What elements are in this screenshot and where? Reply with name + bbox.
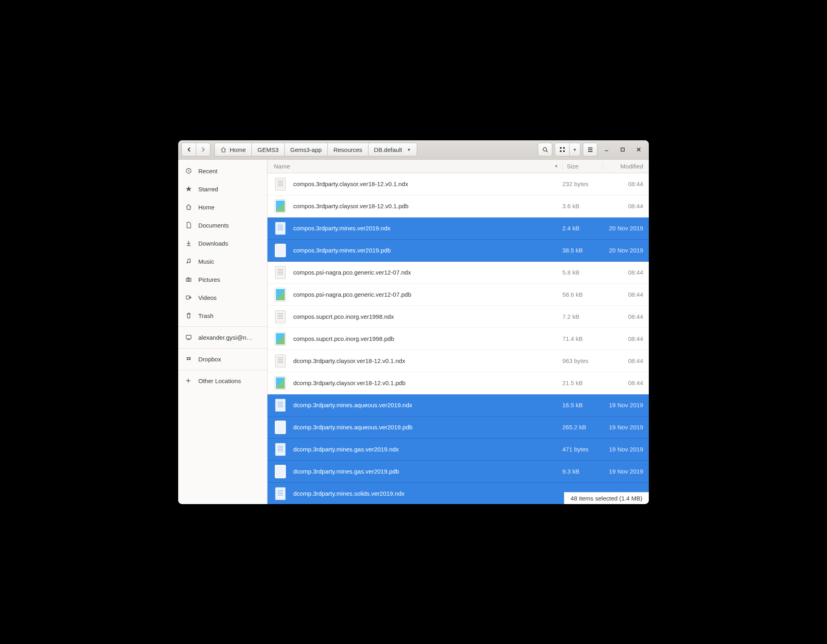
crumb-dbdefault[interactable]: DB.default ▼ <box>368 143 417 156</box>
file-row[interactable]: compos.psi-nagra.pco.generic.ver12-07.pd… <box>267 284 649 306</box>
file-modified: 08:44 <box>603 269 649 276</box>
column-header-modified[interactable]: Modified <box>603 163 649 170</box>
file-size: 58.6 kB <box>562 291 603 298</box>
svg-point-17 <box>188 279 189 281</box>
file-row[interactable]: dcomp.3rdparty.mines.gas.ver2019.ndx471 … <box>267 439 649 461</box>
file-icon <box>275 332 286 345</box>
file-icon-cell <box>267 487 293 500</box>
crumb-resources[interactable]: Resources <box>328 143 368 156</box>
file-row[interactable]: dcomp.3rdparty.mines.aqueous.ver2019.ndx… <box>267 394 649 416</box>
svg-line-1 <box>546 151 547 152</box>
sidebar-item-label: Dropbox <box>198 356 221 363</box>
file-modified: 08:44 <box>603 180 649 187</box>
chevron-down-icon: ▼ <box>573 148 577 152</box>
file-modified: 19 Nov 2019 <box>603 446 649 453</box>
sidebar-item-account[interactable]: alexander.gysi@n… <box>178 328 267 347</box>
nav-group <box>181 143 210 156</box>
crumb-label: GEMS3 <box>257 146 279 153</box>
crumb-label: Resources <box>333 146 362 153</box>
svg-rect-4 <box>560 150 562 152</box>
sidebar-item-starred[interactable]: Starred <box>178 180 267 198</box>
file-row[interactable]: compos.3rdparty.claysor.ver18-12.v0.1.pd… <box>267 195 649 217</box>
file-icon-cell <box>267 421 293 434</box>
column-headers: Name ▼ Size Modified <box>267 160 649 173</box>
file-size: 7.2 kB <box>562 313 603 320</box>
sidebar-item-recent[interactable]: Recent <box>178 162 267 180</box>
file-modified: 20 Nov 2019 <box>603 247 649 254</box>
back-button[interactable] <box>181 143 196 156</box>
file-icon <box>275 310 286 323</box>
file-icon <box>275 487 286 500</box>
file-size: 9.3 kB <box>562 468 603 475</box>
sidebar-item-documents[interactable]: Documents <box>178 216 267 234</box>
sidebar-item-downloads[interactable]: Downloads <box>178 234 267 252</box>
svg-rect-10 <box>621 148 624 151</box>
svg-rect-19 <box>186 296 189 299</box>
view-dropdown-button[interactable]: ▼ <box>569 143 580 156</box>
file-modified: 19 Nov 2019 <box>603 468 649 475</box>
file-icon-cell <box>267 222 293 235</box>
search-button[interactable] <box>538 143 552 156</box>
svg-rect-20 <box>186 335 191 339</box>
file-size: 232 bytes <box>562 180 603 187</box>
file-modified: 08:44 <box>603 379 649 386</box>
file-row[interactable]: compos.3rdparty.mines.ver2019.ndx2.4 kB2… <box>267 217 649 240</box>
sidebar: RecentStarredHomeDocumentsDownloadsMusic… <box>178 160 267 504</box>
file-icon <box>275 266 286 279</box>
svg-rect-2 <box>560 147 562 149</box>
file-icon-cell <box>267 178 293 191</box>
file-row[interactable]: compos.3rdparty.mines.ver2019.pdb38.5 kB… <box>267 240 649 262</box>
hamburger-menu-button[interactable] <box>583 143 597 156</box>
file-name: dcomp.3rdparty.mines.aqueous.ver2019.pdb <box>293 424 562 431</box>
sidebar-item-pictures[interactable]: Pictures <box>178 271 267 289</box>
svg-rect-3 <box>563 147 565 149</box>
sidebar-item-trash[interactable]: Trash <box>178 307 267 325</box>
file-pane: Name ▼ Size Modified compos.3rdparty.cla… <box>267 160 649 504</box>
video-icon <box>185 294 193 301</box>
sidebar-item-home[interactable]: Home <box>178 198 267 216</box>
maximize-button[interactable] <box>616 143 630 156</box>
view-grid-button[interactable] <box>555 143 569 156</box>
sidebar-item-dropbox[interactable]: Dropbox <box>178 350 267 368</box>
doc-icon <box>185 222 193 228</box>
clock-icon <box>185 168 193 174</box>
file-row[interactable]: compos.supcrt.pco.inorg.ver1998.pdb71.4 … <box>267 328 649 350</box>
column-label: Size <box>567 163 578 170</box>
svg-point-14 <box>187 262 188 264</box>
account-icon <box>185 334 193 340</box>
file-name: dcomp.3rdparty.claysor.ver18-12.v0.1.ndx <box>293 357 562 364</box>
file-row[interactable]: dcomp.3rdparty.mines.gas.ver2019.pdb9.3 … <box>267 461 649 483</box>
minimize-button[interactable] <box>600 143 613 156</box>
file-name: dcomp.3rdparty.mines.solids.ver2019.ndx <box>293 490 562 497</box>
file-icon-cell <box>267 443 293 456</box>
file-size: 5.8 kB <box>562 269 603 276</box>
forward-button[interactable] <box>196 143 210 156</box>
crumb-gems3[interactable]: GEMS3 <box>252 143 285 156</box>
file-row[interactable]: compos.3rdparty.claysor.ver18-12.v0.1.nd… <box>267 173 649 195</box>
close-button[interactable] <box>632 143 646 156</box>
file-modified: 08:44 <box>603 291 649 298</box>
column-header-name[interactable]: Name ▼ <box>267 163 562 170</box>
file-row[interactable]: compos.psi-nagra.pco.generic.ver12-07.nd… <box>267 262 649 284</box>
sidebar-item-label: Starred <box>198 186 218 193</box>
sidebar-item-music[interactable]: Music <box>178 252 267 271</box>
file-icon-cell <box>267 355 293 367</box>
file-icon-cell <box>267 465 293 478</box>
sidebar-item-videos[interactable]: Videos <box>178 289 267 307</box>
file-row[interactable]: compos.supcrt.pco.inorg.ver1998.ndx7.2 k… <box>267 306 649 328</box>
file-row[interactable]: dcomp.3rdparty.claysor.ver18-12.v0.1.pdb… <box>267 372 649 394</box>
home-icon <box>220 147 226 153</box>
column-label: Modified <box>620 163 643 170</box>
column-header-size[interactable]: Size <box>562 163 603 170</box>
file-name: compos.psi-nagra.pco.generic.ver12-07.nd… <box>293 269 562 276</box>
status-text: 48 items selected (1.4 MB) <box>571 495 642 502</box>
file-row[interactable]: dcomp.3rdparty.claysor.ver18-12.v0.1.ndx… <box>267 350 649 372</box>
crumb-home[interactable]: Home <box>214 143 252 156</box>
trash-icon <box>185 312 193 319</box>
sidebar-item-other-locations[interactable]: Other Locations <box>178 372 267 390</box>
file-list[interactable]: compos.3rdparty.claysor.ver18-12.v0.1.nd… <box>267 173 649 504</box>
dropbox-icon <box>185 356 193 362</box>
crumb-gems3-app[interactable]: Gems3-app <box>285 143 328 156</box>
sort-indicator-icon: ▼ <box>554 164 558 168</box>
file-row[interactable]: dcomp.3rdparty.mines.aqueous.ver2019.pdb… <box>267 416 649 439</box>
